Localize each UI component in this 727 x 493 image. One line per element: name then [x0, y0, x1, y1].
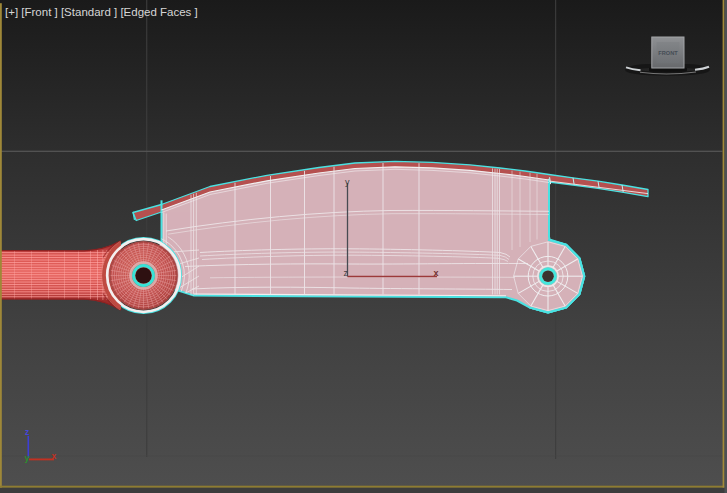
svg-text:FRONT: FRONT: [658, 50, 678, 56]
svg-text:z: z: [344, 268, 348, 278]
svg-text:y: y: [25, 453, 30, 463]
svg-text:z: z: [25, 427, 29, 437]
svg-text:y: y: [345, 177, 350, 187]
svg-text:x: x: [52, 451, 57, 461]
svg-text:x: x: [434, 268, 439, 278]
svg-text:[+] [Front ] [Standard ] [Edge: [+] [Front ] [Standard ] [Edged Faces ]: [5, 6, 198, 18]
